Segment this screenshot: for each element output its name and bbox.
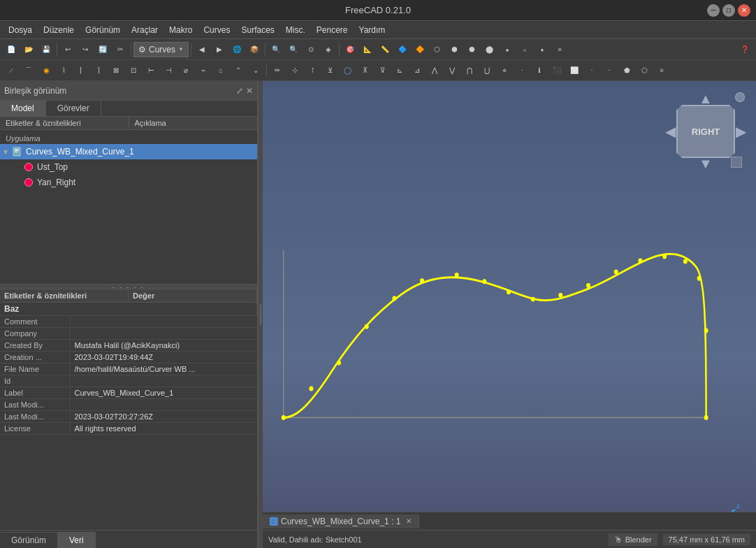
tb-btn-9[interactable]: 🎯 (342, 41, 358, 58)
tb2-btn-10[interactable]: ⊣ (160, 62, 177, 79)
tb2-btn-2[interactable]: ⌒ (20, 62, 37, 79)
prop-value-label[interactable]: Curves_WB_Mixed_Curve_1 (70, 387, 257, 399)
menu-yardim[interactable]: Yardım (354, 23, 391, 37)
tree-item-yan-right[interactable]: Yan_Right (0, 175, 257, 190)
tab-gorevler[interactable]: Görevler (46, 101, 101, 116)
tb-btn-3[interactable]: 🌐 (228, 41, 245, 58)
tb2-btn-11[interactable]: ⌀ (177, 62, 194, 79)
prop-value-filename[interactable]: /home/halil/Masaüstü/Curver WB ... (70, 363, 257, 375)
props-scroll[interactable]: Baz Comment Company Created By Mustafa H… (0, 303, 257, 530)
tb-btn-10[interactable]: 📐 (359, 41, 376, 58)
tb-btn-17[interactable]: ⬤ (481, 41, 498, 58)
tab-model[interactable]: Model (0, 101, 46, 116)
bottom-tab-veri[interactable]: Veri (58, 532, 96, 548)
menu-surfaces[interactable]: Surfaces (235, 23, 279, 37)
undo-button[interactable]: ↩ (59, 41, 76, 58)
tb2-btn-34[interactable]: ⬝ (583, 62, 600, 79)
viewport-tab[interactable]: Curves_WB_Mixed_Curve_1 : 1 ✕ (263, 514, 419, 528)
tb2-btn-16[interactable]: ✏ (269, 62, 286, 79)
tb-btn-6[interactable]: 🔍 (285, 41, 302, 58)
tb-btn-5[interactable]: 🔍 (268, 41, 284, 58)
tree-item-ust-top[interactable]: Ust_Top (0, 159, 257, 175)
panel-expand-button[interactable]: ⤢ (236, 86, 243, 96)
menu-curves[interactable]: Curves (198, 23, 235, 37)
nav-cube[interactable]: ▲ ▼ ◀ ▶ RIGHT (664, 89, 748, 173)
tb-btn-12[interactable]: 🔷 (394, 41, 411, 58)
tb2-btn-18[interactable]: ⊺ (304, 62, 321, 79)
menu-makro[interactable]: Makro (163, 23, 198, 37)
maximize-button[interactable]: □ (722, 4, 735, 17)
prop-value-createdby[interactable]: Mustafa Halil (@AcikKaynakci) (70, 340, 257, 352)
panel-close-button[interactable]: ✕ (246, 86, 253, 96)
tb2-btn-12[interactable]: ⌁ (195, 62, 212, 79)
nav-arrow-right[interactable]: ▶ (736, 123, 746, 140)
tb-btn-19[interactable]: ⬦ (516, 41, 533, 58)
prop-value-id[interactable] (70, 375, 257, 387)
save-button[interactable]: 💾 (38, 41, 54, 58)
minimize-button[interactable]: ─ (707, 4, 720, 17)
viewport[interactable]: ▲ ▼ ◀ ▶ RIGHT Z X Y (263, 81, 756, 548)
new-button[interactable]: 📄 (3, 41, 20, 58)
tree-item-curves-wb[interactable]: ▼ Curves_WB_Mixed_Curve_1 (0, 144, 257, 159)
open-button[interactable]: 📂 (20, 41, 37, 58)
nav-arrow-up[interactable]: ▲ (699, 91, 713, 107)
table-row[interactable]: License All rights reserved (0, 423, 257, 435)
tb2-btn-27[interactable]: ⋂ (461, 62, 478, 79)
tb-btn-11[interactable]: 📏 (377, 41, 393, 58)
prop-value-lastmod1[interactable] (70, 399, 257, 411)
tb2-btn-36[interactable]: ⬟ (618, 62, 635, 79)
tb-btn-15[interactable]: ⬢ (446, 41, 463, 58)
tb2-btn-5[interactable]: ⌈ (73, 62, 89, 79)
prop-value-creation[interactable]: 2023-03-02T19:49:44Z (70, 352, 257, 363)
tb2-btn-26[interactable]: ⋁ (444, 62, 460, 79)
menu-dosya[interactable]: Dosya (3, 23, 38, 37)
tb-btn-13[interactable]: 🔶 (412, 41, 428, 58)
bottom-tab-gorunum[interactable]: Görünüm (0, 532, 58, 548)
tb2-btn-15[interactable]: ⌄ (247, 62, 264, 79)
tb-btn-4[interactable]: 📦 (246, 41, 263, 58)
tb2-btn-30[interactable]: ⋅ (514, 62, 530, 79)
tb2-btn-35[interactable]: ⬞ (601, 62, 618, 79)
tb2-btn-9[interactable]: ⊢ (143, 62, 159, 79)
tb2-btn-17[interactable]: ⊹ (286, 62, 303, 79)
workbench-dropdown[interactable]: ⚙ Curves ▼ (133, 42, 189, 57)
redo-button[interactable]: ↪ (77, 41, 94, 58)
tb2-btn-7[interactable]: ⊠ (108, 62, 124, 79)
prop-value-lastmod2[interactable]: 2023-03-02T20:27:26Z (70, 411, 257, 423)
resize-handle[interactable]: - - - - - (0, 284, 257, 289)
table-row[interactable]: Company (0, 328, 257, 340)
table-row[interactable]: File Name /home/halil/Masaüstü/Curver WB… (0, 363, 257, 375)
tb2-btn-more[interactable]: » (653, 62, 670, 79)
tb2-btn-14[interactable]: ⌃ (230, 62, 247, 79)
tb2-btn-33[interactable]: ⬜ (566, 62, 583, 79)
tb2-btn-32[interactable]: ⬛ (548, 62, 565, 79)
tb2-btn-4[interactable]: ⌇ (55, 62, 72, 79)
prop-value-comment[interactable] (70, 316, 257, 328)
tb2-btn-31[interactable]: ℹ (531, 62, 548, 79)
tb-btn-more[interactable]: » (551, 41, 568, 58)
tb2-btn-19[interactable]: ⊻ (321, 62, 338, 79)
tb-btn-16[interactable]: ⬣ (464, 41, 481, 58)
close-button[interactable]: ✕ (738, 4, 750, 17)
prop-value-license[interactable]: All rights reserved (70, 423, 257, 435)
tb2-btn-1[interactable]: ⟋ (3, 62, 20, 79)
tb2-btn-13[interactable]: ⌂ (212, 62, 229, 79)
menu-araclar[interactable]: Araçlar (126, 23, 163, 37)
tb2-btn-23[interactable]: ⊾ (391, 62, 408, 79)
tb2-btn-22[interactable]: ⊽ (374, 62, 391, 79)
nav-cube-face[interactable]: RIGHT (676, 105, 735, 158)
table-row[interactable]: Creation ... 2023-03-02T19:49:44Z (0, 352, 257, 363)
tb-btn-2[interactable]: ▶ (211, 41, 228, 58)
nav-arrow-left[interactable]: ◀ (665, 123, 676, 140)
tb2-btn-37[interactable]: ⬠ (636, 62, 653, 79)
tb-btn-20[interactable]: ⬧ (534, 41, 551, 58)
tb2-btn-3[interactable]: ◉ (38, 62, 54, 79)
menu-misc[interactable]: Misc. (280, 23, 311, 37)
tb2-btn-20[interactable]: ◯ (339, 62, 356, 79)
tb2-btn-24[interactable]: ⊿ (409, 62, 426, 79)
menu-gorunum[interactable]: Görünüm (80, 23, 126, 37)
table-row[interactable]: Id (0, 375, 257, 387)
viewport-tab-close[interactable]: ✕ (406, 517, 412, 525)
table-row[interactable]: Comment (0, 316, 257, 328)
tb2-btn-29[interactable]: ⋄ (496, 62, 513, 79)
